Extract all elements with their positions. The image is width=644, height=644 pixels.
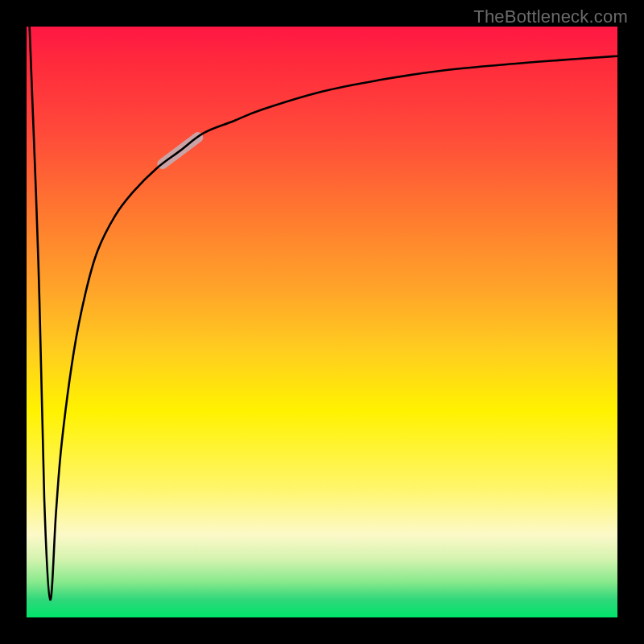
curve-layer: [27, 27, 617, 617]
chart-frame: TheBottleneck.com: [0, 0, 644, 644]
watermark-text: TheBottleneck.com: [473, 6, 628, 27]
bottleneck-curve: [30, 27, 617, 600]
